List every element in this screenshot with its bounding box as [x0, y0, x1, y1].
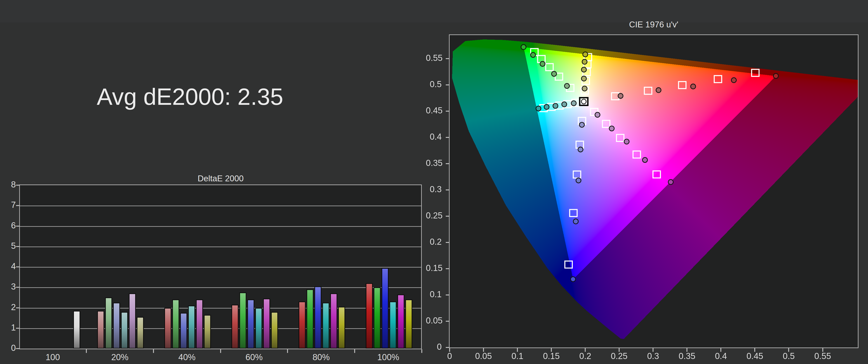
bar-20%-green	[105, 298, 112, 348]
measured-point-magenta-80pct	[643, 158, 647, 163]
cie-diagram-plot	[449, 34, 859, 348]
cie-ytick	[446, 163, 449, 164]
cie-ytick	[446, 347, 449, 348]
cie-ytick	[446, 84, 449, 85]
cie-ytick	[446, 242, 449, 243]
bar-xtick-label: 60%	[231, 353, 277, 362]
bar-80%-blue	[314, 286, 321, 348]
cie-ytick-label: 0.3	[426, 185, 442, 194]
measured-point-yellow-80pct	[582, 59, 587, 64]
bar-ytick	[16, 287, 20, 288]
bar-ytick	[16, 205, 20, 206]
bar-group-60%	[221, 185, 288, 348]
cie-ytick-label: 0.4	[426, 132, 442, 142]
target-square-red-100pct	[752, 69, 759, 76]
bar-xtick	[220, 349, 221, 353]
bar-ytick-label: 5	[0, 241, 16, 251]
bar-xtick-label: 100	[30, 353, 75, 362]
bar-20%-yellow	[137, 317, 144, 348]
bar-xtick	[153, 349, 154, 353]
bar-100%-blue	[381, 268, 389, 348]
measured-point-cyan-60pct	[553, 104, 558, 108]
cie-ytick	[446, 58, 449, 59]
bar-xtick	[86, 349, 87, 353]
measured-point-red-60pct	[690, 84, 695, 89]
bar-ytick	[16, 348, 20, 349]
bar-80%-green	[307, 289, 313, 348]
bar-100%-green	[374, 287, 381, 348]
top-strip	[0, 0, 868, 22]
target-square-red-80pct	[714, 76, 722, 83]
bar-chart-title: DeltaE 2000	[130, 174, 311, 184]
cie-ytick-label: 0.55	[426, 53, 442, 63]
cie-ytick-label: 0.2	[426, 237, 442, 247]
cie-ytick-label: 0	[426, 342, 442, 352]
cie-ytick-label: 0.35	[426, 158, 442, 168]
bar-xtick-label: 100%	[366, 353, 411, 362]
bar-ytick-label: 1	[0, 323, 16, 333]
bar-80%-yellow	[338, 307, 345, 348]
target-square-blue-80pct	[569, 209, 577, 217]
measured-point-cyan-40pct	[562, 102, 567, 107]
bar-ytick	[16, 328, 20, 329]
measured-point-red-40pct	[656, 88, 661, 92]
bar-80%-magenta	[330, 293, 337, 348]
bar-20%-blue	[113, 303, 120, 348]
cie-ytick-label: 0.5	[426, 80, 442, 89]
bar-ytick-label: 6	[0, 221, 16, 230]
measured-point-magenta-100pct	[668, 179, 673, 185]
cie-ytick-label: 0.45	[426, 106, 442, 115]
bar-xtick-label: 20%	[97, 353, 143, 362]
measured-point-magenta-20pct	[595, 112, 600, 117]
measured-point-blue-80pct	[573, 219, 578, 224]
bar-100%-red	[366, 283, 373, 348]
target-square-magenta-80pct	[633, 151, 640, 158]
cie-ytick	[446, 295, 449, 296]
bar-100%-magenta	[397, 295, 404, 348]
cie-ytick	[446, 137, 449, 138]
bar-60%-green	[239, 292, 246, 348]
measured-point-green-40pct	[552, 71, 557, 76]
bar-group-100	[20, 185, 87, 348]
measured-point-yellow-40pct	[581, 76, 586, 81]
cie-chart-title: CIE 1976 u'v'	[563, 20, 744, 29]
bar-xtick-label: 80%	[299, 353, 344, 362]
cie-xtick-label: 0.55	[800, 351, 845, 361]
cie-ytick-label: 0.05	[426, 316, 442, 326]
bar-80%-cyan	[322, 303, 329, 348]
bar-xtick-label: 40%	[164, 353, 210, 362]
bar-ytick	[16, 226, 20, 227]
target-square-blue-60pct	[573, 171, 581, 178]
bar-100-white	[73, 311, 80, 348]
measured-point-green-80pct	[530, 53, 535, 57]
bar-60%-cyan	[255, 308, 262, 349]
bar-ytick	[16, 267, 20, 267]
measured-point-magenta-60pct	[624, 139, 629, 144]
bar-60%-yellow	[271, 312, 278, 348]
bar-40%-cyan	[188, 306, 195, 348]
measured-point-yellow-60pct	[581, 67, 586, 72]
bar-20%-red	[97, 311, 104, 348]
bar-ytick-label: 2	[0, 302, 16, 312]
bar-ytick-label: 0	[0, 343, 16, 353]
bar-ytick	[16, 246, 20, 247]
measured-point-red-20pct	[618, 93, 623, 99]
bar-60%-blue	[247, 300, 254, 348]
bar-40%-yellow	[204, 315, 211, 348]
target-square-green-60pct	[546, 64, 553, 71]
bar-100%-yellow	[405, 300, 412, 348]
target-square-magenta-60pct	[616, 135, 624, 141]
bar-40%-green	[172, 300, 179, 348]
bar-40%-red	[164, 308, 171, 349]
cie-ytick	[446, 216, 449, 217]
bar-ytick	[16, 307, 20, 308]
calibration-report-page: Avg dE2000: 2.35 DeltaE 2000 01234567810…	[0, 0, 868, 364]
bar-20%-magenta	[129, 293, 136, 348]
bar-100%-cyan	[390, 302, 397, 348]
target-square-blue-100pct	[565, 261, 572, 268]
bar-60%-magenta	[263, 299, 270, 348]
cie-ytick	[446, 268, 449, 269]
bar-group-40%	[154, 185, 221, 348]
measured-point-green-60pct	[540, 61, 545, 66]
measured-point-cyan-100pct	[536, 106, 541, 111]
